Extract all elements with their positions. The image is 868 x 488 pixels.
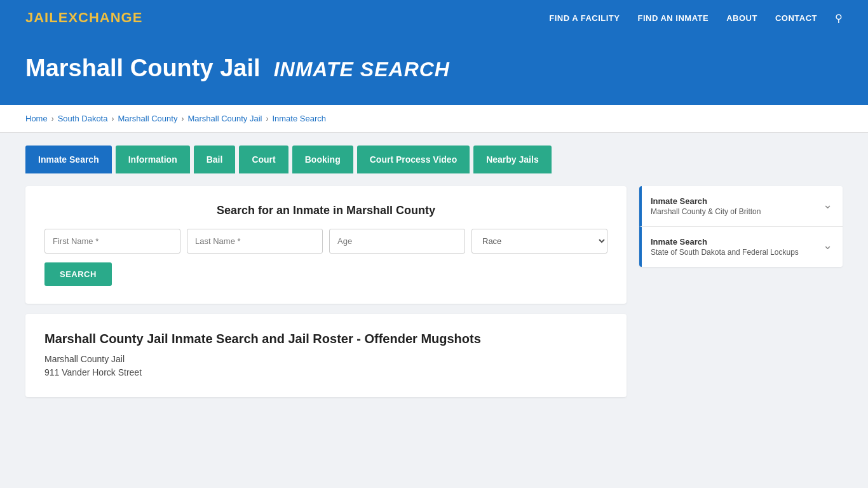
sidebar-item-2-text: Inmate Search State of South Dakota and …: [651, 237, 799, 257]
info-address-name: Marshall County Jail: [44, 353, 607, 366]
tab-court-process-video[interactable]: Court Process Video: [357, 146, 470, 173]
breadcrumb-marshall-county[interactable]: Marshall County: [118, 114, 177, 123]
tab-information[interactable]: Information: [116, 146, 190, 173]
search-card: Search for an Inmate in Marshall County …: [25, 186, 627, 304]
tab-bar: Inmate Search Information Bail Court Boo…: [0, 133, 868, 173]
search-icon[interactable]: ⚲: [835, 12, 843, 24]
sidebar-item-1-sub: Marshall County & City of Britton: [651, 207, 761, 216]
sidebar-item-1-label: Inmate Search: [651, 196, 761, 206]
breadcrumb-sep-2: ›: [111, 114, 114, 123]
breadcrumb-marshall-county-jail[interactable]: Marshall County Jail: [187, 114, 262, 123]
sidebar-item-2-label: Inmate Search: [651, 237, 799, 247]
hero-title-main: Marshall County Jail: [25, 55, 261, 81]
chevron-down-icon-2: ⌄: [823, 238, 832, 252]
race-select[interactable]: Race White Black Hispanic Asian Other: [471, 229, 607, 254]
nav-find-facility[interactable]: FIND A FACILITY: [549, 13, 620, 23]
site-logo[interactable]: JAILEXCHANGE: [25, 10, 142, 26]
nav-about[interactable]: ABOUT: [726, 13, 757, 23]
tab-booking[interactable]: Booking: [292, 146, 353, 173]
info-address-street: 911 Vander Horck Street: [44, 366, 607, 379]
last-name-input[interactable]: [187, 229, 323, 254]
search-card-title: Search for an Inmate in Marshall County: [44, 204, 607, 217]
breadcrumb-inmate-search[interactable]: Inmate Search: [272, 114, 326, 123]
breadcrumb-sep-1: ›: [51, 114, 54, 123]
sidebar-card: Inmate Search Marshall County & City of …: [639, 186, 843, 267]
info-card-title: Marshall County Jail Inmate Search and J…: [44, 332, 607, 346]
hero-title-italic: INMATE SEARCH: [274, 58, 450, 81]
tab-bail[interactable]: Bail: [194, 146, 236, 173]
hero-title: Marshall County Jail INMATE SEARCH: [25, 55, 843, 82]
tab-nearby-jails[interactable]: Nearby Jails: [473, 146, 552, 173]
nav-find-inmate[interactable]: FIND AN INMATE: [637, 13, 709, 23]
logo-jail: JAIL: [25, 10, 58, 25]
info-card: Marshall County Jail Inmate Search and J…: [25, 314, 627, 397]
sidebar-item-2[interactable]: Inmate Search State of South Dakota and …: [639, 227, 843, 267]
logo-exchange-x: E: [58, 10, 69, 25]
breadcrumb-bar: Home › South Dakota › Marshall County › …: [0, 105, 868, 133]
main-nav: FIND A FACILITY FIND AN INMATE ABOUT CON…: [549, 12, 843, 24]
chevron-down-icon-1: ⌄: [823, 198, 832, 212]
right-sidebar: Inmate Search Marshall County & City of …: [639, 186, 843, 397]
left-column: Search for an Inmate in Marshall County …: [25, 186, 627, 397]
sidebar-item-1[interactable]: Inmate Search Marshall County & City of …: [639, 186, 843, 227]
breadcrumb-south-dakota[interactable]: South Dakota: [58, 114, 108, 123]
tab-inmate-search[interactable]: Inmate Search: [25, 146, 112, 173]
nav-contact[interactable]: CONTACT: [775, 13, 817, 23]
search-fields: Race White Black Hispanic Asian Other: [44, 229, 607, 254]
tab-court[interactable]: Court: [239, 146, 288, 173]
logo-exchange-rest: XCHANGE: [68, 10, 142, 25]
search-button[interactable]: SEARCH: [44, 262, 112, 286]
breadcrumb: Home › South Dakota › Marshall County › …: [25, 114, 843, 123]
sidebar-item-1-text: Inmate Search Marshall County & City of …: [651, 196, 761, 216]
hero-banner: Marshall County Jail INMATE SEARCH: [0, 36, 868, 105]
site-header: JAILEXCHANGE FIND A FACILITY FIND AN INM…: [0, 0, 868, 36]
sidebar-item-2-sub: State of South Dakota and Federal Lockup…: [651, 248, 799, 257]
age-input[interactable]: [329, 229, 465, 254]
breadcrumb-sep-3: ›: [181, 114, 184, 123]
breadcrumb-sep-4: ›: [266, 114, 268, 123]
first-name-input[interactable]: [44, 229, 180, 254]
main-content: Search for an Inmate in Marshall County …: [0, 173, 868, 423]
breadcrumb-home[interactable]: Home: [25, 114, 48, 123]
